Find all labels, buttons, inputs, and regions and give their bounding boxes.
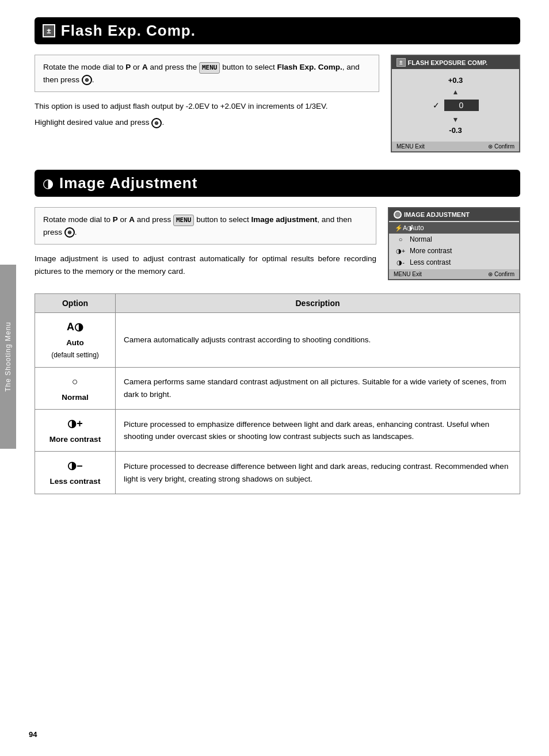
normal-icon: ○	[395, 236, 406, 243]
image-panel: IMAGE ADJUSTMENT ⚡A◑ Auto ○ Normal	[388, 207, 520, 280]
flash-arrow-up: ▲	[399, 87, 512, 96]
more-table-icon: ◑+	[43, 415, 107, 432]
auto-table-sublabel: (default setting)	[51, 351, 99, 359]
flash-val-plus: +0.3	[399, 74, 512, 87]
flash-panel-icon: ±	[396, 58, 406, 67]
table-row: ◑+ More contrast Picture processed to em…	[35, 410, 520, 452]
more-icon: ◑+	[395, 247, 406, 255]
side-tab-label: The Shooting Menu	[4, 322, 12, 392]
more-table-desc: Picture processed to emphasize differenc…	[116, 410, 520, 452]
image-instruction-box: Rotate mode dial to P or A and press MEN…	[35, 207, 376, 245]
image-panel-body: ⚡A◑ Auto ○ Normal ◑+ More contrast	[389, 221, 519, 269]
flash-panel: ± FLASH EXPOSURE COMP. +0.3 ▲	[391, 55, 520, 152]
image-footer-exit: MENU Exit	[394, 271, 422, 277]
auto-table-label: Auto	[66, 338, 84, 347]
flash-arrow-down: ▼	[399, 114, 512, 124]
less-table-label: Less contrast	[50, 477, 101, 486]
page-number: 94	[29, 730, 37, 739]
image-menu-less: ◑- Less contrast	[389, 257, 519, 268]
table-row: A◑ Auto (default setting) Camera automat…	[35, 312, 520, 367]
side-tab: The Shooting Menu	[0, 265, 16, 449]
flash-section-header: ± Flash Exp. Comp.	[35, 17, 520, 44]
normal-label: Normal	[410, 235, 432, 243]
page: The Shooting Menu ± Flash Exp. Comp. Rot…	[0, 0, 549, 756]
table-row: ◑– Less contrast Picture processed to de…	[35, 452, 520, 494]
less-label: Less contrast	[410, 258, 451, 266]
flash-val-minus-text: -0.3	[399, 126, 512, 135]
more-table-label: More contrast	[49, 435, 101, 444]
flash-panel-footer: MENU Exit ⊛ Confirm	[392, 142, 519, 151]
option-auto-cell: A◑ Auto (default setting)	[35, 312, 116, 367]
flash-footer-confirm: ⊛ Confirm	[488, 143, 514, 150]
normal-table-icon: ○	[43, 373, 107, 390]
table-row: ○ Normal Camera performs same standard c…	[35, 367, 520, 409]
image-menu-normal: ○ Normal	[389, 234, 519, 245]
auto-table-icon: A◑	[43, 319, 107, 335]
option-normal-cell: ○ Normal	[35, 367, 116, 409]
image-section-title: Image Adjustment	[59, 174, 197, 192]
flash-panel-body: +0.3 ▲ ✓ 0 ▼	[392, 69, 519, 142]
normal-table-desc: Camera performs same standard contrast a…	[116, 367, 520, 409]
image-content-row: Rotate mode dial to P or A and press MEN…	[35, 207, 520, 282]
image-instruction-text: Rotate mode dial to P or A and press MEN…	[43, 215, 352, 236]
flash-val-plus-text: +0.3	[399, 76, 512, 85]
options-table: Option Description A◑ Auto (default sett…	[35, 293, 520, 494]
flash-val-zero: 0	[444, 100, 479, 111]
image-panel-title: IMAGE ADJUSTMENT	[404, 211, 470, 218]
flash-val-minus: -0.3	[399, 124, 512, 137]
flash-section: ± Flash Exp. Comp. Rotate the mode dial …	[35, 17, 520, 152]
flash-instruction-text: Rotate the mode dial to P or A and press…	[43, 63, 360, 84]
flash-header-icon: ±	[43, 24, 55, 37]
image-panel-icon	[394, 211, 402, 219]
image-section-header: ◑ Image Adjustment	[35, 170, 520, 197]
image-body-p1: Image adjustment is used to adjust contr…	[35, 253, 376, 278]
image-content-left: Rotate mode dial to P or A and press MEN…	[35, 207, 376, 282]
image-section: ◑ Image Adjustment Rotate mode dial to P…	[35, 170, 520, 494]
flash-panel-title: FLASH EXPOSURE COMP.	[408, 59, 488, 66]
less-icon: ◑-	[395, 259, 406, 266]
table-header-row: Option Description	[35, 293, 520, 312]
auto-icon: ⚡A◑	[395, 224, 406, 232]
flash-panel-header: ± FLASH EXPOSURE COMP.	[392, 56, 519, 69]
image-panel-header: IMAGE ADJUSTMENT	[389, 208, 519, 221]
flash-content-row: Rotate the mode dial to P or A and press…	[35, 55, 520, 152]
image-menu-more: ◑+ More contrast	[389, 245, 519, 257]
less-table-icon: ◑–	[43, 457, 107, 474]
image-camera-panel: IMAGE ADJUSTMENT ⚡A◑ Auto ○ Normal	[388, 207, 520, 280]
flash-body-p1: This option is used to adjust flash outp…	[35, 100, 379, 113]
flash-content-left: Rotate the mode dial to P or A and press…	[35, 55, 379, 133]
flash-checkmark: ✓	[433, 101, 440, 110]
normal-table-label: Normal	[62, 393, 89, 402]
table-col-description: Description	[116, 293, 520, 312]
flash-val-zero-row: ✓ 0	[399, 98, 512, 112]
flash-instruction-box: Rotate the mode dial to P or A and press…	[35, 55, 379, 92]
image-body-text: Image adjustment is used to adjust contr…	[35, 253, 376, 278]
image-footer-confirm: ⊛ Confirm	[488, 271, 514, 277]
flash-footer-exit: MENU Exit	[396, 143, 425, 150]
flash-camera-panel: ± FLASH EXPOSURE COMP. +0.3 ▲	[391, 55, 520, 152]
flash-body-text: This option is used to adjust flash outp…	[35, 100, 379, 129]
image-menu-auto: ⚡A◑ Auto	[389, 222, 519, 234]
less-table-desc: Picture processed to decrease difference…	[116, 452, 520, 494]
image-panel-footer: MENU Exit ⊛ Confirm	[389, 269, 519, 279]
flash-section-title: Flash Exp. Comp.	[61, 22, 196, 40]
table-col-option: Option	[35, 293, 116, 312]
image-header-icon: ◑	[43, 176, 54, 191]
option-more-cell: ◑+ More contrast	[35, 410, 116, 452]
flash-body-p2: Highlight desired value and press ⊛.	[35, 116, 379, 129]
option-less-cell: ◑– Less contrast	[35, 452, 116, 494]
more-label: More contrast	[410, 247, 452, 255]
auto-label: Auto	[410, 224, 424, 232]
auto-table-desc: Camera automatically adjusts contrast ac…	[116, 312, 520, 367]
